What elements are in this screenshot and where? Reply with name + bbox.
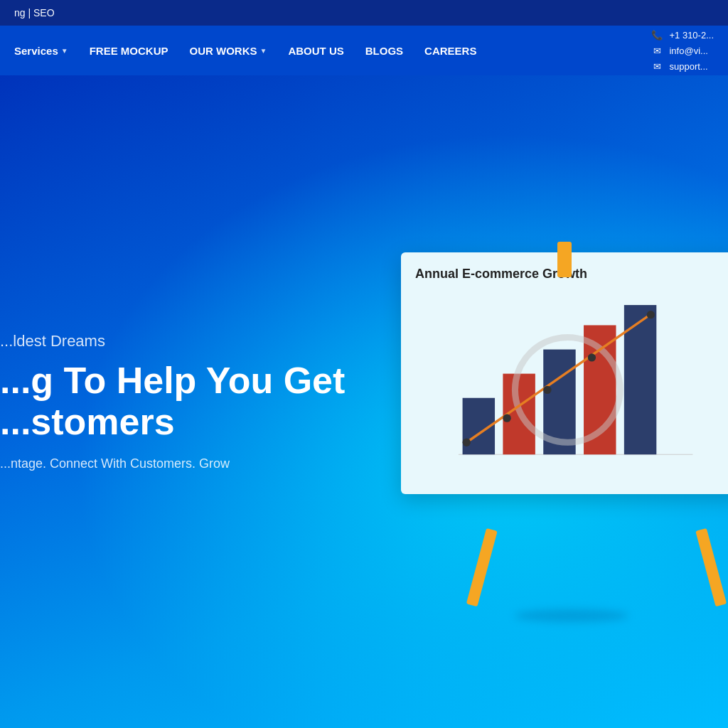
trend-dot-2 xyxy=(503,414,510,422)
chart-area xyxy=(415,293,728,471)
hero-text: ...ldest Dreams ...g To Help You Get ...… xyxy=(0,332,345,471)
email2-contact: ✉ support... xyxy=(651,60,707,73)
phone-icon: 📞 xyxy=(651,28,663,41)
hero-description: ...ntage. Connect With Customers. Grow xyxy=(0,456,345,471)
phone-contact: 📞 +1 310-2... xyxy=(651,28,714,41)
chart-board: Annual E-commerce Growth xyxy=(401,252,728,494)
chevron-down-icon: ▼ xyxy=(259,47,267,55)
nav-links: Services ▼ FREE MOCKUP OUR WORKS ▼ ABOUT… xyxy=(14,45,476,57)
navbar: Services ▼ FREE MOCKUP OUR WORKS ▼ ABOUT… xyxy=(0,26,728,75)
nav-item-blogs[interactable]: BLOGS xyxy=(365,45,403,57)
trend-dot-1 xyxy=(463,439,471,446)
email-icon: ✉ xyxy=(651,44,663,57)
hero-subtitle: ...ldest Dreams xyxy=(0,332,345,350)
easel-shadow xyxy=(515,609,628,622)
bar-5 xyxy=(624,305,656,454)
nav-item-about-us[interactable]: ABOUT US xyxy=(288,45,343,57)
hero-section: ...ldest Dreams ...g To Help You Get ...… xyxy=(0,75,728,728)
chevron-down-icon: ▼ xyxy=(61,47,68,55)
chart-svg xyxy=(415,293,728,471)
chart-illustration: Annual E-commerce Growth xyxy=(387,252,728,551)
easel-leg-right xyxy=(695,528,727,606)
trend-dot-5 xyxy=(647,311,655,318)
easel-leg-left xyxy=(466,528,498,606)
easel-top-peg xyxy=(557,242,572,277)
top-bar: ng | SEO xyxy=(0,0,728,26)
nav-item-careers[interactable]: CAREERS xyxy=(424,45,476,57)
nav-item-free-mockup[interactable]: FREE MOCKUP xyxy=(90,45,168,57)
trend-dot-4 xyxy=(588,353,596,361)
nav-item-services[interactable]: Services ▼ xyxy=(14,45,68,57)
nav-item-our-works[interactable]: OUR WORKS ▼ xyxy=(189,45,267,57)
contact-info: 📞 +1 310-2... ✉ info@vi... ✉ support... xyxy=(651,28,714,73)
trend-dot-3 xyxy=(543,386,551,394)
chart-title: Annual E-commerce Growth xyxy=(415,267,728,282)
hero-title: ...g To Help You Get ...stomers xyxy=(0,360,345,441)
email-icon-2: ✉ xyxy=(651,60,663,73)
email1-contact: ✉ info@vi... xyxy=(651,44,707,57)
site-title: ng | SEO xyxy=(14,7,55,18)
easel: Annual E-commerce Growth xyxy=(387,252,728,551)
